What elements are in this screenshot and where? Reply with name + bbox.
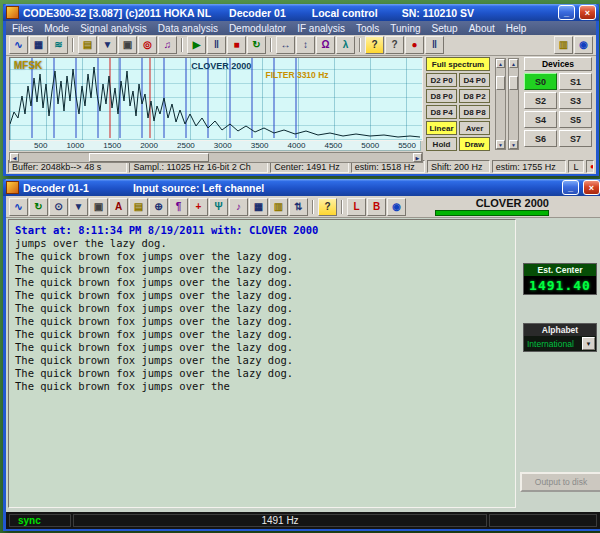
cassette-icon[interactable]: ◎ (138, 36, 157, 54)
decoded-line: The quick brown fox jumps over the lazy … (15, 276, 509, 289)
tuner-icon[interactable]: Ψ (209, 198, 228, 216)
menu-signal-analysis[interactable]: Signal analysis (80, 23, 147, 34)
impedance-icon[interactable]: Ω (316, 36, 335, 54)
freq-tick: 2000 (140, 141, 158, 150)
printer-icon[interactable]: ▣ (118, 36, 137, 54)
hscroll-thumb[interactable] (89, 153, 209, 162)
power-icon[interactable]: ◉ (387, 198, 406, 216)
spectrum-hscrollbar[interactable]: ◀ ▶ (9, 152, 423, 163)
device-s7-button[interactable]: S7 (559, 130, 592, 147)
timer-icon[interactable]: ⊙ (49, 198, 68, 216)
menu-help[interactable]: Help (506, 23, 527, 34)
refresh-icon[interactable]: ↻ (29, 198, 48, 216)
menu-demodulator[interactable]: Demodulator (229, 23, 286, 34)
device-s0-button[interactable]: S0 (524, 73, 557, 90)
chevron-down-icon[interactable]: ▼ (582, 337, 595, 350)
chart-icon[interactable]: ▥ (269, 198, 288, 216)
zoom-d8p4-button[interactable]: D8 P4 (426, 105, 457, 119)
level-slider-thumb[interactable] (496, 76, 505, 90)
search-icon[interactable]: ⊕ (149, 198, 168, 216)
grid-icon[interactable]: ▦ (249, 198, 268, 216)
sound-icon[interactable]: ♪ (229, 198, 248, 216)
slider-up-icon[interactable]: ▲ (509, 59, 518, 68)
pan-horizontal-icon[interactable]: ↔ (276, 36, 295, 54)
menu-files[interactable]: Files (12, 23, 33, 34)
pan-vertical-icon[interactable]: ↕ (296, 36, 315, 54)
zoom-slider[interactable]: ▲ ▼ (508, 58, 519, 150)
spectrum-icon[interactable]: ∿ (9, 198, 28, 216)
linear-button[interactable]: Linear (426, 121, 457, 135)
buffer-icon[interactable]: B (367, 198, 386, 216)
notes-icon[interactable]: ¶ (169, 198, 188, 216)
zoom-d8p2-button[interactable]: D8 P2 (459, 89, 490, 103)
zoom-d2p0-button[interactable]: D2 P0 (426, 73, 457, 87)
power-icon[interactable]: ◉ (574, 36, 593, 54)
save-icon[interactable]: ▼ (69, 198, 88, 216)
wavelength-icon[interactable]: λ (336, 36, 355, 54)
minimize-button[interactable]: _ (558, 5, 575, 20)
save-file-icon[interactable]: ▼ (98, 36, 117, 54)
alphabet-label: Alphabet (524, 324, 596, 336)
decoded-line: The quick brown fox jumps over the lazy … (15, 315, 509, 328)
scroll-right-icon[interactable]: ▶ (413, 153, 422, 162)
full-spectrum-button[interactable]: Full spectrum (426, 57, 490, 71)
slider-up-icon[interactable]: ▲ (496, 59, 505, 68)
tools-icon[interactable]: + (189, 198, 208, 216)
stop-icon[interactable]: ■ (227, 36, 246, 54)
log-icon[interactable]: ▤ (129, 198, 148, 216)
bar-chart-icon[interactable]: ▥ (554, 36, 573, 54)
zoom-slider-thumb[interactable] (509, 76, 518, 90)
menu-data-analysis[interactable]: Data analysis (158, 23, 218, 34)
help-icon[interactable]: ? (365, 36, 384, 54)
device-s1-button[interactable]: S1 (559, 73, 592, 90)
scroll-left-icon[interactable]: ◀ (10, 153, 19, 162)
play-icon[interactable]: ▶ (187, 36, 206, 54)
alphabet-select[interactable]: International ▼ (524, 336, 596, 351)
menu-about[interactable]: About (469, 23, 495, 34)
zoom-d4p0-button[interactable]: D4 P0 (459, 73, 490, 87)
device-s6-button[interactable]: S6 (524, 130, 557, 147)
draw-button[interactable]: Draw (459, 137, 490, 151)
decoded-line: The quick brown fox jumps over the lazy … (15, 328, 509, 341)
main-titlebar[interactable]: CODE300-32 [3.087] (c)2011 HOKA NL Decod… (3, 4, 599, 21)
waterfall-icon[interactable]: ▦ (29, 36, 48, 54)
font-icon[interactable]: A (109, 198, 128, 216)
device-s3-button[interactable]: S3 (559, 92, 592, 109)
minimize-button[interactable]: _ (562, 180, 579, 195)
slider-down-icon[interactable]: ▼ (509, 140, 518, 149)
close-button[interactable]: × (583, 180, 600, 195)
close-button[interactable]: × (579, 5, 596, 20)
decoder-titlebar[interactable]: Decoder 01-1 Input source: Left channel … (3, 179, 600, 196)
analyzer-icon[interactable]: ≋ (49, 36, 68, 54)
slider-down-icon[interactable]: ▼ (496, 140, 505, 149)
device-s2-button[interactable]: S2 (524, 92, 557, 109)
spectrum-display[interactable]: MFSK CLOVER 2000 FILTER 3310 Hz (9, 57, 423, 141)
line-input-icon[interactable]: ∿ (9, 36, 28, 54)
level-slider[interactable]: ▲ ▼ (495, 58, 506, 150)
open-file-icon[interactable]: ▤ (78, 36, 97, 54)
menu-mode[interactable]: Mode (44, 23, 69, 34)
device-s5-button[interactable]: S5 (559, 111, 592, 128)
printer-icon[interactable]: ▣ (89, 198, 108, 216)
zoom-d8p8-button[interactable]: D8 P8 (459, 105, 490, 119)
menu-setup[interactable]: Setup (432, 23, 458, 34)
zoom-d8p0-button[interactable]: D8 P0 (426, 89, 457, 103)
menu-tools[interactable]: Tools (356, 23, 379, 34)
output-to-disk-button[interactable]: Output to disk (520, 472, 600, 492)
menu-tuning[interactable]: Tuning (390, 23, 420, 34)
decoded-line: The quick brown fox jumps over the (15, 380, 509, 393)
menu-if-analysis[interactable]: IF analysis (297, 23, 345, 34)
audio-icon[interactable]: ♫ (158, 36, 177, 54)
pause-icon[interactable]: ‖ (207, 36, 226, 54)
loop-icon[interactable]: ↻ (247, 36, 266, 54)
decoded-text-area[interactable]: Start at: 8:11:34 PM 8/19/2011 with: CLO… (8, 219, 516, 508)
pause-buffer-icon[interactable]: ‖ (425, 36, 444, 54)
aver-button[interactable]: Aver (459, 121, 490, 135)
record-icon[interactable]: ● (405, 36, 424, 54)
device-s4-button[interactable]: S4 (524, 111, 557, 128)
hold-button[interactable]: Hold (426, 137, 457, 151)
context-help-icon[interactable]: ? (385, 36, 404, 54)
help-icon[interactable]: ? (318, 198, 337, 216)
left-channel-icon[interactable]: L (347, 198, 366, 216)
swap-channels-icon[interactable]: ⇅ (289, 198, 308, 216)
